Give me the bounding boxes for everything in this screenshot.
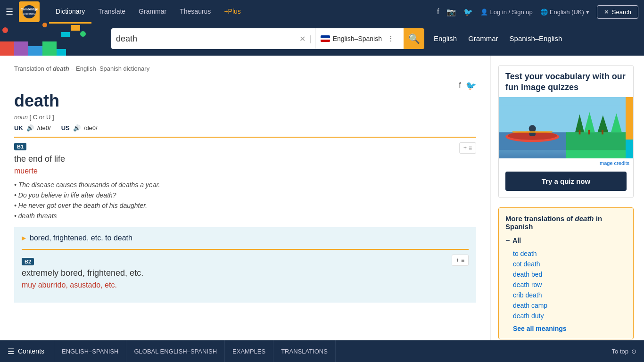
facebook-icon[interactable]: f (437, 8, 439, 16)
sub-navigation: English Grammar Spanish–English (434, 33, 562, 45)
svg-text:Cambridge: Cambridge (21, 8, 38, 11)
collapsible-definition: ▶ bored, frightened, etc. to death + ≡ B… (14, 227, 476, 303)
nav-thesaurus[interactable]: Thesaurus (173, 0, 217, 24)
example-item: He never got over the death of his daugh… (14, 202, 476, 209)
add-to-list-button[interactable]: + ≡ (459, 142, 476, 154)
language-selector[interactable]: 🌐 English (UK) ▾ (540, 8, 589, 16)
sub-nav-english[interactable]: English (434, 33, 457, 45)
bottom-nav-global[interactable]: GLOBAL ENGLISH–SPANISH (126, 340, 225, 354)
trans-link-death-bed[interactable]: death bed (505, 269, 627, 280)
collapsible-label: bored, frightened, etc. to death (30, 234, 132, 242)
bottom-nav-examples[interactable]: EXAMPLES (225, 340, 273, 354)
pronunciation: UK 🔊 /deθ/ US 🔊 /deθ/ (14, 123, 476, 132)
x-icon: ✕ (604, 8, 609, 16)
orange-bar (626, 97, 633, 140)
more-translations-panel: More translations of death in Spanish − … (498, 207, 634, 339)
breadcrumb: Translation of death – English–Spanish d… (14, 65, 476, 72)
example-item: Do you believe in life after death? (14, 191, 476, 199)
nav-dictionary[interactable]: Dictionary (49, 0, 91, 24)
add-to-list-button-2[interactable]: + ≡ (452, 255, 469, 266)
collapsible-arrow-icon: ▶ (22, 235, 26, 241)
bottom-navigation: ☰ Contents ENGLISH–SPANISH GLOBAL ENGLIS… (0, 340, 644, 354)
definition-text-2: extremely bored, frightened, etc. (22, 268, 469, 278)
svg-rect-10 (512, 131, 553, 132)
svg-point-8 (529, 125, 536, 132)
deco-dot-orange (42, 23, 47, 27)
top-navigation: ☰ Cambridge Dictionary Dictionary Transl… (0, 0, 644, 24)
quiz-images (499, 97, 633, 158)
trans-link-death-camp[interactable]: death camp (505, 300, 627, 311)
language-switcher[interactable]: English–Spanish ⋮ (315, 28, 399, 49)
bottom-hamburger-icon[interactable]: ☰ (8, 347, 14, 354)
deco-rect-orange (71, 25, 80, 31)
search-icon: 🔍 (408, 33, 420, 44)
svg-rect-19 (602, 130, 603, 135)
sub-nav-grammar[interactable]: Grammar (468, 33, 498, 45)
uk-speaker-icon[interactable]: 🔊 (26, 123, 34, 132)
nature-illustration (566, 97, 634, 158)
example-item: death threats (14, 212, 476, 220)
nav-grammar[interactable]: Grammar (132, 0, 173, 24)
nav-plus[interactable]: +Plus (217, 0, 247, 24)
nav-right-area: f 📷 🐦 👤 Log in / Sign up 🌐 English (UK) … (437, 5, 638, 19)
collapsible-body: B2 extremely bored, frightened, etc. muy… (14, 250, 476, 303)
quiz-image-kayak (499, 97, 566, 158)
search-submit-button[interactable]: 🔍 (404, 28, 424, 49)
svg-rect-17 (578, 130, 580, 135)
definition-divider (14, 137, 476, 138)
sidebar: Test your vocabulary with our fun image … (490, 56, 641, 354)
see-all-meanings-link[interactable]: See all meanings (505, 325, 627, 332)
bottom-nav-english-spanish[interactable]: ENGLISH–SPANISH (54, 340, 126, 354)
svg-rect-18 (588, 130, 590, 135)
deco-dot-red (2, 27, 8, 33)
trans-link-cot-death[interactable]: cot death (505, 259, 627, 269)
level-badge-b2: B2 (22, 258, 34, 265)
image-credits[interactable]: Image credits (499, 158, 633, 168)
collapsible-header[interactable]: ▶ bored, frightened, etc. to death (14, 227, 476, 249)
search-input-row: ✕ | English–Spanish ⋮ 🔍 English Grammar … (111, 28, 636, 49)
globe-icon: 🌐 (540, 8, 548, 16)
trans-link-to-death[interactable]: to death (505, 248, 627, 259)
logo: Cambridge Dictionary (19, 1, 40, 22)
search-input-wrapper: ✕ | English–Spanish ⋮ (111, 28, 404, 49)
flag-icon (321, 35, 330, 42)
sub-nav-spanish-english[interactable]: Spanish–English (510, 33, 562, 45)
deco-rect-teal (61, 32, 70, 37)
login-link[interactable]: 👤 Log in / Sign up (480, 8, 532, 16)
nav-translate[interactable]: Translate (91, 0, 132, 24)
quiz-title: Test your vocabulary with our fun image … (499, 66, 633, 97)
trans-link-crib-death[interactable]: crib death (505, 290, 627, 300)
hamburger-menu-icon[interactable]: ☰ (6, 7, 13, 17)
kayak-illustration (499, 97, 566, 158)
instagram-icon[interactable]: 📷 (446, 8, 456, 16)
definition-text-1: the end of life (14, 154, 476, 164)
bottom-contents-label[interactable]: Contents (18, 347, 44, 354)
translation-1[interactable]: muerte (14, 167, 476, 175)
svg-text:Dictionary: Dictionary (23, 12, 36, 15)
search-input[interactable] (116, 34, 296, 44)
translation-2[interactable]: muy aburrido, asustado, etc. (22, 281, 469, 289)
facebook-share-icon[interactable]: f (459, 81, 461, 91)
to-top[interactable]: To top ⊙ (612, 348, 636, 354)
user-icon: 👤 (480, 8, 488, 16)
all-toggle[interactable]: − All (505, 236, 627, 245)
plus-icon: + (463, 145, 467, 151)
clear-search-icon[interactable]: ✕ (299, 34, 305, 43)
level-badge-b1: B1 (14, 143, 26, 150)
us-speaker-icon[interactable]: 🔊 (73, 123, 81, 132)
trans-link-death-duty[interactable]: death duty (505, 311, 627, 321)
main-nav-links: Dictionary Translate Grammar Thesaurus +… (49, 0, 248, 24)
teal-bar (626, 140, 633, 158)
twitter-share-icon[interactable]: 🐦 (466, 81, 476, 91)
cambridge-logo[interactable]: Cambridge Dictionary (19, 1, 40, 22)
trans-link-death-row[interactable]: death row (505, 280, 627, 290)
examples-list-1: The disease causes thousands of deaths a… (14, 181, 476, 220)
main-container: Translation of death – English–Spanish d… (0, 56, 644, 354)
bottom-nav-translations[interactable]: TRANSLATIONS (273, 340, 336, 354)
quiz-card: Test your vocabulary with our fun image … (498, 65, 634, 198)
quiz-button[interactable]: Try a quiz now (505, 172, 627, 191)
search-button[interactable]: ✕ Search (597, 5, 638, 19)
to-top-icon: ⊙ (631, 348, 636, 354)
twitter-icon[interactable]: 🐦 (463, 8, 473, 16)
content-area: Translation of death – English–Spanish d… (0, 56, 490, 354)
